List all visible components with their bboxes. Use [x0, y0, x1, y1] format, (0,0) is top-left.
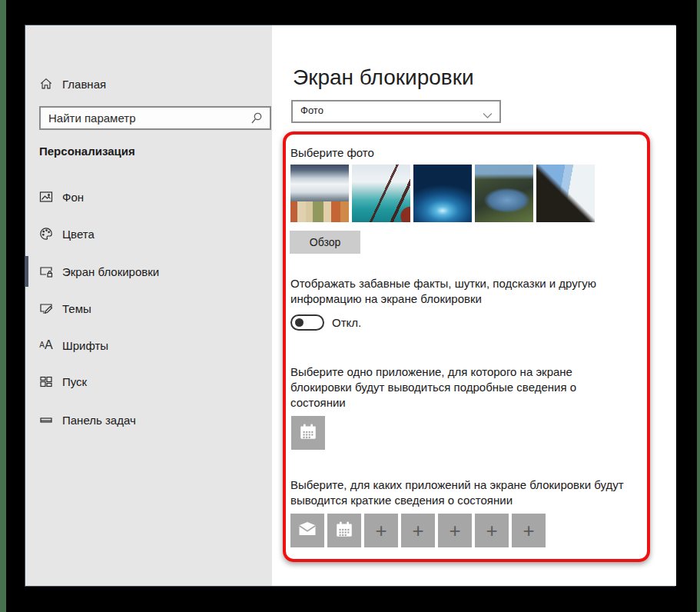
search-input[interactable] [41, 108, 270, 128]
sidebar-item-label: Панель задач [62, 414, 136, 427]
sidebar-item-taskbar[interactable]: Панель задач [25, 404, 272, 435]
quick-status-add-app-button[interactable]: + [438, 514, 472, 547]
plus-icon: + [412, 521, 423, 540]
quick-status-app-tiles: + + + + + [290, 514, 546, 547]
background-type-dropdown[interactable]: Фото [291, 100, 501, 123]
home-icon [38, 76, 54, 91]
photo-thumbnail-ice-cave[interactable] [413, 165, 472, 222]
fun-facts-toggle[interactable] [290, 314, 324, 331]
sidebar-item-label: Экран блокировки [62, 265, 159, 278]
page-title: Экран блокировки [293, 65, 474, 90]
choose-photo-label: Выберите фото [290, 145, 374, 161]
sidebar-item-themes[interactable]: Темы [25, 293, 272, 324]
selected-item-accent-bar [25, 256, 28, 287]
mail-icon [297, 519, 318, 543]
quick-status-app-calendar-button[interactable] [327, 514, 361, 547]
plus-icon: + [523, 521, 534, 540]
photo-thumbnail-turquoise-sea[interactable] [352, 165, 410, 222]
quick-status-add-app-button[interactable]: + [364, 514, 398, 547]
sidebar-item-start[interactable]: Пуск [25, 366, 272, 397]
sidebar-item-colors[interactable]: Цвета [25, 218, 272, 249]
toggle-knob [295, 318, 304, 327]
fun-facts-description: Отображать забавные факты, шутки, подска… [290, 276, 596, 307]
sidebar-item-fonts[interactable]: AA Шрифты [25, 330, 272, 361]
browse-button[interactable]: Обзор [290, 231, 360, 254]
sidebar-item-label: Темы [62, 302, 91, 315]
sidebar-item-label: Цвета [62, 228, 95, 241]
settings-window: Параметры Главн [25, 25, 675, 587]
photo-thumbnail-alpine-houses[interactable] [290, 165, 349, 222]
quick-status-app-mail-button[interactable] [290, 514, 324, 547]
sidebar: Главная Персонализация [25, 25, 272, 586]
colors-palette-icon [38, 226, 54, 241]
sidebar-item-label: Пуск [62, 375, 87, 388]
sidebar-item-label: Главная [62, 78, 106, 91]
chevron-down-icon [483, 108, 493, 122]
detailed-status-description: Выберите одно приложение, для которого н… [290, 364, 576, 411]
background-image-icon [38, 189, 54, 205]
screenshot-root: Параметры Главн [0, 0, 700, 612]
calendar-icon [298, 422, 318, 444]
photo-thumbnail-mountain-lake[interactable] [475, 165, 533, 222]
quick-status-add-app-button[interactable]: + [401, 514, 435, 547]
desktop-edge-right [697, 0, 700, 612]
search-icon[interactable] [250, 111, 264, 128]
sidebar-section-title: Персонализация [39, 145, 135, 158]
sidebar-item-lock-screen[interactable]: Экран блокировки [25, 256, 272, 287]
photo-thumbnail-hill-clouds[interactable] [536, 165, 595, 222]
sidebar-item-background[interactable]: Фон [25, 181, 272, 212]
desktop-edge-left [0, 0, 6, 612]
photo-thumbnails [290, 165, 595, 222]
toggle-state-label: Откл. [332, 316, 361, 329]
start-icon [38, 374, 54, 389]
sidebar-item-label: Фон [62, 191, 84, 204]
plus-icon: + [449, 521, 460, 540]
sidebar-item-label: Шрифты [62, 339, 108, 352]
taskbar-icon [38, 412, 54, 427]
plus-icon: + [486, 521, 497, 540]
search-box [39, 106, 271, 130]
plus-icon: + [375, 521, 386, 540]
sidebar-item-home[interactable]: Главная [25, 68, 272, 99]
fonts-icon: AA [38, 338, 54, 353]
quick-status-add-app-button[interactable]: + [512, 514, 546, 547]
detailed-status-app-calendar-button[interactable] [291, 416, 325, 450]
quick-status-add-app-button[interactable]: + [475, 514, 509, 547]
main-content: Экран блокировки Фото Выберите фото Обзо… [272, 25, 676, 586]
themes-icon [38, 301, 54, 316]
dropdown-value: Фото [300, 105, 323, 116]
quick-status-description: Выберите, для каких приложений на экране… [290, 477, 624, 508]
lock-screen-icon [38, 264, 54, 279]
calendar-icon [334, 520, 354, 542]
